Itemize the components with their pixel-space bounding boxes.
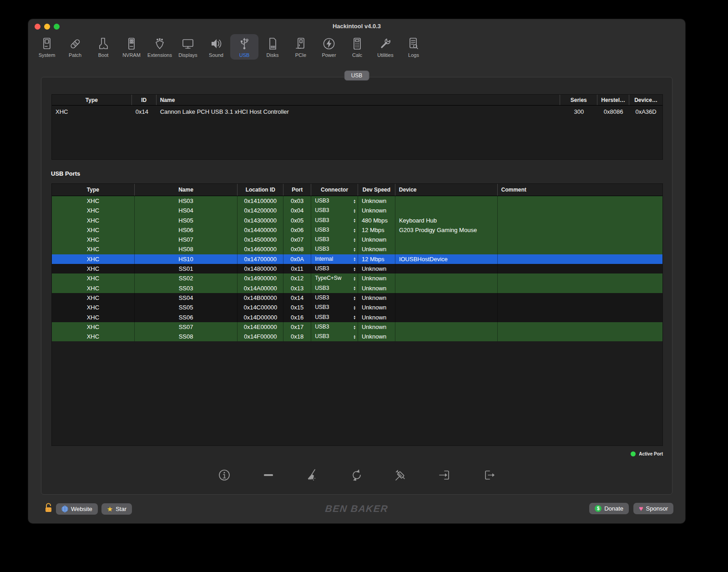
port-type: XHC xyxy=(52,235,135,244)
column-header-device[interactable]: Device… xyxy=(629,95,662,105)
port-number: 0x12 xyxy=(283,273,311,283)
toolbar-item-system[interactable]: System xyxy=(33,34,61,60)
stepper-chevrons-icon[interactable]: ▴▾ xyxy=(354,286,355,290)
connector-select[interactable]: USB3 ▴▾ xyxy=(311,293,358,303)
column-header-name[interactable]: Name xyxy=(135,184,238,196)
toolbar-item-calc[interactable]: Calc xyxy=(343,34,371,60)
controller-row[interactable]: XHC 0x14 Cannon Lake PCH USB 3.1 xHCI Ho… xyxy=(52,106,662,118)
column-header-id[interactable]: ID xyxy=(132,95,157,105)
stepper-chevrons-icon[interactable]: ▴▾ xyxy=(354,247,355,252)
stepper-chevrons-icon[interactable]: ▴▾ xyxy=(354,199,355,203)
column-header-comment[interactable]: Comment xyxy=(498,184,662,196)
column-header-herstel[interactable]: Herstel… xyxy=(597,95,629,105)
refresh-button[interactable] xyxy=(349,468,364,482)
connector-select[interactable]: USB3 ▴▾ xyxy=(311,313,358,322)
donate-button[interactable]: $ Donate xyxy=(589,503,629,514)
connector-select[interactable]: Internal ▴▾ xyxy=(311,254,358,264)
stepper-chevrons-icon[interactable]: ▴▾ xyxy=(354,276,355,281)
usb-port-row[interactable]: XHC SS08 0x14F00000 0x18 USB3 ▴▾ Unknown xyxy=(52,332,662,341)
connector-value: USB3 xyxy=(315,293,329,303)
usb-port-row[interactable]: XHC HS07 0x14500000 0x07 USB3 ▴▾ Unknown xyxy=(52,235,662,244)
usb-ports-table[interactable]: Type Name Location ID Port Connector Dev… xyxy=(51,183,663,446)
column-header-name[interactable]: Name xyxy=(157,95,561,105)
usb-port-row[interactable]: XHC HS08 0x14600000 0x08 USB3 ▴▾ Unknown xyxy=(52,244,662,254)
usb-port-row[interactable]: XHC HS06 0x14400000 0x06 USB3 ▴▾ 12 Mbps… xyxy=(52,225,662,235)
column-header-type[interactable]: Type xyxy=(52,95,132,105)
connector-select[interactable]: USB3 ▴▾ xyxy=(311,244,358,254)
toolbar-item-boot[interactable]: Boot xyxy=(89,34,117,60)
port-number: 0x11 xyxy=(283,264,311,273)
usb-port-row[interactable]: XHC SS02 0x14900000 0x12 TypeC+Sw ▴▾ Unk… xyxy=(52,273,662,283)
usb-port-row[interactable]: XHC HS03 0x14100000 0x03 USB3 ▴▾ Unknown xyxy=(52,196,662,206)
connector-select[interactable]: USB3 ▴▾ xyxy=(311,206,358,215)
connector-select[interactable]: USB3 ▴▾ xyxy=(311,216,358,225)
port-name: HS10 xyxy=(135,254,238,264)
toolbar-item-extensions[interactable]: Extensions xyxy=(146,34,174,60)
toolbar-item-usb[interactable]: USB xyxy=(230,34,258,60)
usb-port-row[interactable]: XHC SS03 0x14A00000 0x13 USB3 ▴▾ Unknown xyxy=(52,283,662,293)
usb-port-row[interactable]: XHC SS06 0x14D00000 0x16 USB3 ▴▾ Unknown xyxy=(52,313,662,322)
connector-select[interactable]: USB3 ▴▾ xyxy=(311,322,358,332)
port-name: SS01 xyxy=(135,264,238,273)
usb-port-row[interactable]: XHC HS05 0x14300000 0x05 USB3 ▴▾ 480 Mbp… xyxy=(52,216,662,225)
tab-usb[interactable]: USB xyxy=(344,71,369,81)
port-dev-speed: Unknown xyxy=(358,206,395,215)
stepper-chevrons-icon[interactable]: ▴▾ xyxy=(354,218,355,223)
toolbar-item-utilities[interactable]: Utilities xyxy=(371,34,399,60)
column-header-connector[interactable]: Connector xyxy=(311,184,358,196)
connector-select[interactable]: USB3 ▴▾ xyxy=(311,283,358,293)
inject-button[interactable] xyxy=(394,468,408,482)
stepper-chevrons-icon[interactable]: ▴▾ xyxy=(354,296,355,300)
stepper-chevrons-icon[interactable]: ▴▾ xyxy=(354,325,355,329)
connector-select[interactable]: USB3 ▴▾ xyxy=(311,303,358,312)
stepper-chevrons-icon[interactable]: ▴▾ xyxy=(354,267,355,271)
stepper-chevrons-icon[interactable]: ▴▾ xyxy=(354,208,355,213)
usb-port-row[interactable]: XHC HS10 0x14700000 0x0A Internal ▴▾ 12 … xyxy=(52,254,662,264)
toolbar-label: Displays xyxy=(178,52,197,58)
column-header-type[interactable]: Type xyxy=(52,184,135,196)
column-header-series[interactable]: Series xyxy=(560,95,597,105)
connector-select[interactable]: USB3 ▴▾ xyxy=(311,235,358,244)
clean-button[interactable] xyxy=(305,468,320,482)
usb-port-row[interactable]: XHC SS04 0x14B00000 0x14 USB3 ▴▾ Unknown xyxy=(52,293,662,303)
toolbar-item-nvram[interactable]: NVRAM xyxy=(117,34,146,60)
stepper-chevrons-icon[interactable]: ▴▾ xyxy=(354,334,355,339)
stepper-chevrons-icon[interactable]: ▴▾ xyxy=(354,315,355,319)
usb-panel: Type ID Name Series Herstel… Device… XHC… xyxy=(41,77,672,495)
port-location-id: 0x14F00000 xyxy=(238,332,283,341)
toolbar-item-displays[interactable]: Displays xyxy=(174,34,202,60)
import-button[interactable] xyxy=(438,468,452,482)
stepper-chevrons-icon[interactable]: ▴▾ xyxy=(354,305,355,310)
connector-select[interactable]: TypeC+Sw ▴▾ xyxy=(311,273,358,283)
connector-select[interactable]: USB3 ▴▾ xyxy=(311,332,358,341)
usb-controllers-table[interactable]: Type ID Name Series Herstel… Device… XHC… xyxy=(51,94,663,160)
column-header-port[interactable]: Port xyxy=(283,184,311,196)
titlebar[interactable]: Hackintool v4.0.3 xyxy=(28,19,685,34)
column-header-dev-speed[interactable]: Dev Speed xyxy=(358,184,395,196)
info-button[interactable] xyxy=(217,468,232,482)
column-header-device[interactable]: Device xyxy=(395,184,498,196)
stepper-chevrons-icon[interactable]: ▴▾ xyxy=(354,238,355,242)
toolbar-item-power[interactable]: Power xyxy=(315,34,343,60)
stepper-chevrons-icon[interactable]: ▴▾ xyxy=(354,228,355,233)
usb-port-row[interactable]: XHC HS04 0x14200000 0x04 USB3 ▴▾ Unknown xyxy=(52,206,662,215)
usb-port-row[interactable]: XHC SS07 0x14E00000 0x17 USB3 ▴▾ Unknown xyxy=(52,322,662,332)
usb-port-row[interactable]: XHC SS01 0x14800000 0x11 USB3 ▴▾ Unknown xyxy=(52,264,662,273)
connector-select[interactable]: USB3 ▴▾ xyxy=(311,264,358,273)
port-location-id: 0x14D00000 xyxy=(238,313,283,322)
sponsor-button[interactable]: ♥ Sponsor xyxy=(633,503,673,514)
stepper-chevrons-icon[interactable]: ▴▾ xyxy=(354,257,355,261)
remove-port-button[interactable] xyxy=(261,468,276,482)
toolbar-item-patch[interactable]: Patch xyxy=(61,34,89,60)
port-number: 0x06 xyxy=(283,225,311,235)
connector-select[interactable]: USB3 ▴▾ xyxy=(311,196,358,206)
toolbar-item-logs[interactable]: Logs xyxy=(399,34,428,60)
port-dev-speed: Unknown xyxy=(358,273,395,283)
toolbar-item-sound[interactable]: Sound xyxy=(202,34,230,60)
column-header-location-id[interactable]: Location ID xyxy=(238,184,283,196)
toolbar-item-disks[interactable]: Disks xyxy=(258,34,287,60)
toolbar-item-pcie[interactable]: PCIe xyxy=(287,34,315,60)
connector-select[interactable]: USB3 ▴▾ xyxy=(311,225,358,235)
export-button[interactable] xyxy=(482,468,496,482)
usb-port-row[interactable]: XHC SS05 0x14C00000 0x15 USB3 ▴▾ Unknown xyxy=(52,303,662,312)
